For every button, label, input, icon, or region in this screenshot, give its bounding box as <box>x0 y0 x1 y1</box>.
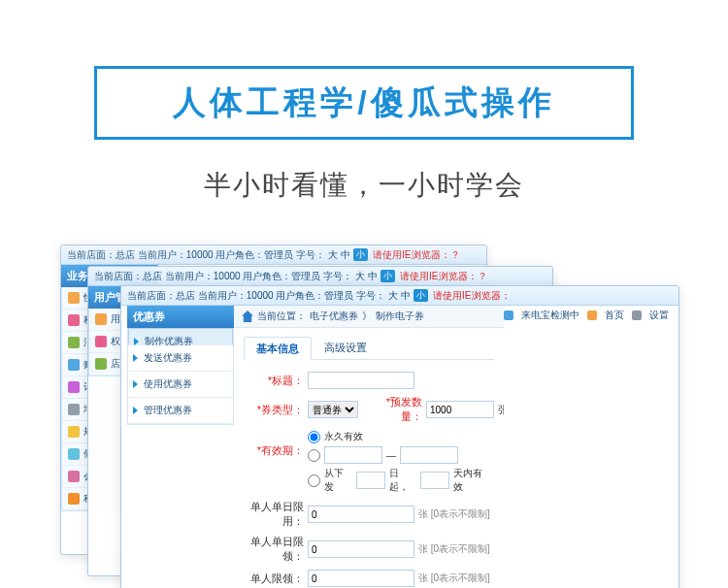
menu-icon <box>95 336 107 347</box>
per-person-input[interactable] <box>308 570 414 587</box>
home-icon <box>587 310 597 320</box>
home-icon <box>242 310 253 322</box>
menu-icon <box>68 292 80 304</box>
title-label: *标题： <box>248 374 304 388</box>
per-person-label: 单人限领： <box>248 572 304 586</box>
radio-forever[interactable] <box>308 431 320 443</box>
hero-banner: 人体工程学/傻瓜式操作 <box>94 66 634 140</box>
title-input[interactable] <box>308 372 414 389</box>
coupon-menu-item[interactable]: 管理优惠券 <box>128 398 233 424</box>
tab-basic[interactable]: 基本信息 <box>244 337 312 360</box>
qty-input[interactable] <box>426 401 494 418</box>
per-day-input[interactable] <box>308 506 414 523</box>
menu-icon <box>68 381 80 393</box>
hero-title: 人体工程学/傻瓜式操作 <box>173 83 554 120</box>
menu-icon <box>68 404 80 415</box>
qty-label: *预发数量： <box>366 395 422 424</box>
menu-icon <box>68 337 80 348</box>
coupon-menu-item[interactable]: 发送优惠券 <box>128 345 233 372</box>
topbar: 当前店面：总店 当前用户：10000 用户角色：管理员 字号： 大 中 小 请使… <box>88 267 552 286</box>
date-from-input[interactable] <box>324 446 382 464</box>
menu-icon <box>68 359 80 371</box>
type-select[interactable]: 普通券 <box>308 401 358 418</box>
hero-subtitle: 半小时看懂，一小时学会 <box>0 167 728 204</box>
font-small-selected[interactable]: 小 <box>353 248 368 261</box>
topbar: 当前店面：总店 当前用户：10000 用户角色：管理员 字号： 大 中 小 请使… <box>121 286 678 306</box>
menu-icon <box>68 426 80 438</box>
menu-icon <box>68 493 80 505</box>
coupon-menu-item[interactable]: 制作优惠券 <box>128 328 233 345</box>
gear-icon <box>632 310 642 320</box>
panel-title-coupon: 优惠券 <box>127 306 234 328</box>
menu-icon <box>68 448 80 460</box>
settings-link[interactable]: 设置 <box>649 306 669 325</box>
menu-icon <box>68 314 80 326</box>
radio-days[interactable] <box>308 474 320 487</box>
radio-range[interactable] <box>308 449 320 462</box>
menu-icon <box>68 471 80 482</box>
date-to-input[interactable] <box>400 446 458 464</box>
days-offset-input[interactable] <box>356 472 385 489</box>
per-day-label: 单人单日限用： <box>248 500 304 529</box>
menu-icon <box>95 313 107 325</box>
days-valid-input[interactable] <box>420 472 449 489</box>
breadcrumb: 当前位置： 电子优惠券 》 制作电子券 <box>234 306 504 328</box>
home-link[interactable]: 首页 <box>605 306 624 325</box>
topbar: 当前店面：总店 当前用户：10000 用户角色：管理员 字号： 大 中 小 请使… <box>61 245 486 265</box>
phone-check[interactable]: 来电宝检测中 <box>521 306 579 325</box>
window-coupon-editor: 当前店面：总店 当前用户：10000 用户角色：管理员 字号： 大 中 小 请使… <box>120 285 679 588</box>
tab-advanced[interactable]: 高级设置 <box>312 336 380 359</box>
valid-label: *有效期： <box>248 430 304 458</box>
type-label: *券类型： <box>248 403 304 417</box>
coupon-menu-item[interactable]: 使用优惠券 <box>128 372 233 398</box>
menu-icon <box>95 358 107 370</box>
per-day-total-label: 单人单日限领： <box>248 535 304 564</box>
per-day-total-input[interactable] <box>308 540 414 558</box>
phone-icon <box>504 310 513 320</box>
